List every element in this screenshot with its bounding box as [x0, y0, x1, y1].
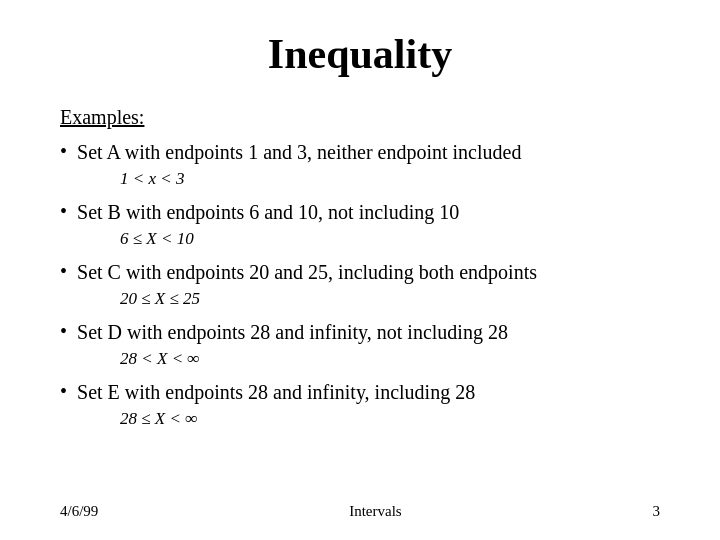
footer-center: Intervals	[349, 503, 401, 520]
bullet-text-1: Set A with endpoints 1 and 3, neither en…	[77, 139, 521, 165]
bullet-item-5: • Set E with endpoints 28 and infinity, …	[60, 379, 660, 405]
bullet-text-3: Set C with endpoints 20 and 25, includin…	[77, 259, 537, 285]
formula-2: 6 ≤ X < 10	[120, 229, 660, 249]
footer-page: 3	[652, 503, 660, 520]
bullet-symbol-1: •	[60, 140, 67, 163]
formula-5: 28 ≤ X < ∞	[120, 409, 660, 429]
slide-title: Inequality	[60, 30, 660, 78]
bullet-text-2: Set B with endpoints 6 and 10, not inclu…	[77, 199, 459, 225]
formula-1: 1 < x < 3	[120, 169, 660, 189]
bullet-item-3: • Set C with endpoints 20 and 25, includ…	[60, 259, 660, 285]
slide-footer: 4/6/99 Intervals 3	[60, 503, 660, 520]
slide: Inequality Examples: • Set A with endpoi…	[0, 0, 720, 540]
bullet-item-4: • Set D with endpoints 28 and infinity, …	[60, 319, 660, 345]
bullet-text-4: Set D with endpoints 28 and infinity, no…	[77, 319, 508, 345]
bullet-symbol-4: •	[60, 320, 67, 343]
bullet-symbol-3: •	[60, 260, 67, 283]
bullet-symbol-5: •	[60, 380, 67, 403]
formula-4: 28 < X < ∞	[120, 349, 660, 369]
examples-label: Examples:	[60, 106, 660, 129]
bullet-symbol-2: •	[60, 200, 67, 223]
formula-3: 20 ≤ X ≤ 25	[120, 289, 660, 309]
footer-date: 4/6/99	[60, 503, 98, 520]
bullet-item-1: • Set A with endpoints 1 and 3, neither …	[60, 139, 660, 165]
bullet-item-2: • Set B with endpoints 6 and 10, not inc…	[60, 199, 660, 225]
bullet-text-5: Set E with endpoints 28 and infinity, in…	[77, 379, 475, 405]
